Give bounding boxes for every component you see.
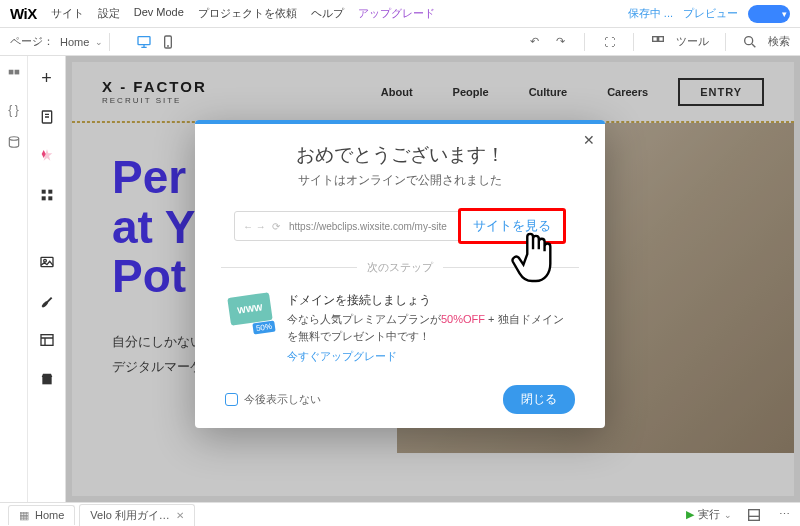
nav-arrows-icon: ← → (243, 221, 266, 232)
checkbox-icon (225, 393, 238, 406)
svg-rect-10 (41, 190, 45, 194)
svg-point-2 (168, 45, 169, 46)
run-button[interactable]: ▶ 実行 ⌄ (686, 507, 732, 522)
close-button[interactable]: 閉じる (503, 385, 575, 414)
redo-icon[interactable]: ↷ (552, 34, 568, 50)
play-icon: ▶ (686, 508, 694, 521)
chevron-down-icon: ▾ (782, 9, 787, 19)
svg-rect-12 (41, 196, 45, 200)
search-label[interactable]: 検索 (768, 34, 790, 49)
home-icon: ▦ (19, 509, 29, 522)
device-toggle (136, 34, 176, 50)
code-icon[interactable]: { } (8, 103, 18, 117)
store-icon[interactable] (39, 371, 55, 390)
database-icon[interactable] (7, 135, 21, 152)
menu-settings[interactable]: 設定 (98, 6, 120, 21)
secondbar-right: ↶ ↷ ⛶ ツール 検索 (526, 33, 790, 51)
publish-success-modal: ✕ おめでとうございます！ サイトはオンラインで公開されました ← → ⟳ ht… (195, 120, 605, 428)
svg-rect-3 (653, 36, 658, 41)
upgrade-now-link[interactable]: 今すぐアップグレード (287, 348, 573, 365)
svg-rect-13 (48, 196, 52, 200)
theme-icon[interactable] (39, 148, 55, 167)
svg-rect-6 (8, 70, 13, 75)
more-icon[interactable]: ⋯ (776, 507, 792, 523)
menu-upgrade[interactable]: アップグレード (358, 6, 435, 21)
congrats-title: おめでとうございます！ (221, 142, 579, 168)
divider: 次のステップ (221, 260, 579, 275)
desktop-icon[interactable] (136, 34, 152, 50)
top-menu: サイト 設定 Dev Mode プロジェクトを依頼 ヘルプ アップグレード (51, 6, 435, 21)
domain-title: ドメインを接続しましょう (287, 291, 573, 309)
close-icon[interactable]: ✕ (583, 132, 595, 148)
menu-help[interactable]: ヘルプ (311, 6, 344, 21)
svg-rect-11 (48, 190, 52, 194)
layout-icon[interactable] (39, 332, 55, 351)
search-icon[interactable] (742, 34, 758, 50)
preview-link[interactable]: プレビュー (683, 6, 738, 21)
publish-button[interactable]: ▾ (748, 5, 790, 23)
svg-rect-17 (42, 377, 51, 384)
dashboard-icon[interactable] (7, 68, 21, 85)
chevron-down-icon: ⌄ (95, 37, 103, 47)
tab-velo[interactable]: Velo 利用ガイ… ✕ (79, 504, 194, 526)
undo-icon[interactable]: ↶ (526, 34, 542, 50)
saving-status: 保存中 ... (628, 6, 673, 21)
media-icon[interactable] (39, 254, 55, 273)
mobile-icon[interactable] (160, 34, 176, 50)
svg-point-5 (745, 36, 753, 44)
add-icon[interactable]: + (41, 68, 52, 89)
menu-devmode[interactable]: Dev Mode (134, 6, 184, 21)
site-url[interactable]: https://webclips.wixsite.com/my-site (286, 221, 450, 232)
tab-home[interactable]: ▦ Home (8, 505, 75, 525)
bottombar: ▦ Home Velo 利用ガイ… ✕ ▶ 実行 ⌄ ⋯ (0, 502, 800, 526)
topbar-right: 保存中 ... プレビュー ▾ (628, 5, 790, 23)
svg-rect-16 (41, 335, 53, 346)
menu-project[interactable]: プロジェクトを依頼 (198, 6, 297, 21)
side-panel: + (28, 56, 66, 502)
svg-rect-4 (659, 36, 664, 41)
apps-icon[interactable] (39, 187, 55, 206)
tools-icon (650, 34, 666, 50)
svg-rect-18 (749, 509, 760, 520)
page-selector[interactable]: ページ： Home ⌄ (10, 34, 103, 49)
svg-rect-0 (138, 36, 150, 44)
secondbar: ページ： Home ⌄ ↶ ↷ ⛶ ツール 検索 (0, 28, 800, 56)
refresh-icon: ⟳ (272, 221, 280, 232)
expand-icon[interactable]: ⛶ (601, 34, 617, 50)
close-tab-icon[interactable]: ✕ (176, 510, 184, 521)
domain-www-icon: WWW 50% (227, 291, 275, 331)
view-site-button[interactable]: サイトを見る (458, 208, 566, 244)
domain-promo: WWW 50% ドメインを接続しましょう 今なら人気プレミアムプランが50%OF… (221, 291, 579, 365)
congrats-sub: サイトはオンラインで公開されました (221, 172, 579, 189)
menu-site[interactable]: サイト (51, 6, 84, 21)
tools-label[interactable]: ツール (676, 34, 709, 49)
layout-toggle-icon[interactable] (746, 507, 762, 523)
pages-icon[interactable] (39, 109, 55, 128)
dont-show-checkbox[interactable]: 今後表示しない (225, 392, 321, 407)
blog-icon[interactable] (39, 293, 55, 312)
svg-rect-7 (14, 70, 19, 75)
svg-point-15 (43, 259, 46, 262)
topbar: WiX サイト 設定 Dev Mode プロジェクトを依頼 ヘルプ アップグレー… (0, 0, 800, 28)
site-url-box: ← → ⟳ https://webclips.wixsite.com/my-si… (234, 211, 459, 241)
left-rail: { } (0, 56, 28, 502)
svg-point-8 (9, 137, 18, 141)
chevron-down-icon: ⌄ (724, 510, 732, 520)
wix-logo[interactable]: WiX (10, 5, 37, 22)
